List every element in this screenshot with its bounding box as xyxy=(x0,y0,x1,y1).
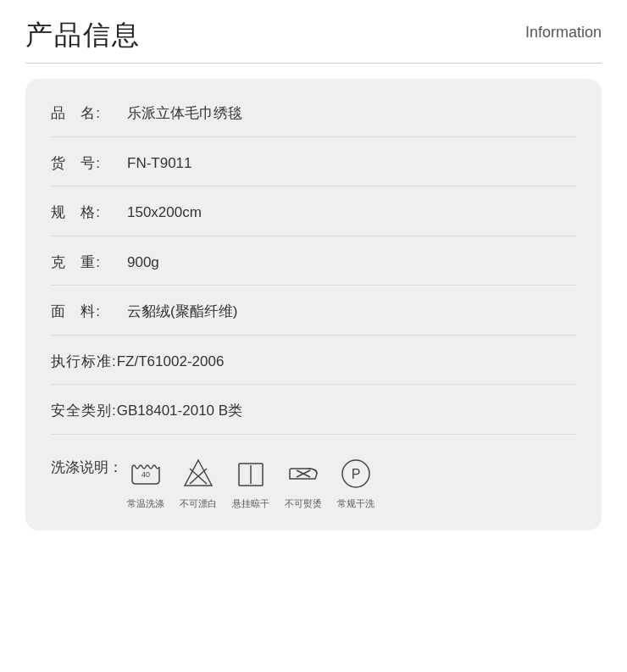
row-standard: 执行标准: FZ/T61002-2006 xyxy=(51,336,576,386)
svg-text:P: P xyxy=(352,467,361,481)
page-header: 产品信息 Information xyxy=(25,17,602,54)
value-material: 云貂绒(聚酯纤维) xyxy=(127,301,237,323)
hang-dry-icon xyxy=(232,455,269,492)
info-card: 品 名: 乐派立体毛巾绣毯 货 号: FN-T9011 规 格: 150x200… xyxy=(25,79,602,530)
wash-temp-icon: 40 xyxy=(127,455,164,492)
wash-content: 洗涤说明： 40 常温洗涤 xyxy=(51,450,375,511)
label-safety: 安全类别: xyxy=(51,400,117,422)
wash-icon-temp: 40 常温洗涤 xyxy=(127,455,164,511)
value-standard: FZ/T61002-2006 xyxy=(117,351,225,373)
value-sku: FN-T9011 xyxy=(127,153,192,175)
wash-label: 洗涤说明： xyxy=(51,450,127,479)
row-sku: 货 号: FN-T9011 xyxy=(51,137,576,187)
page-title: 产品信息 xyxy=(25,17,141,54)
row-wash: 洗涤说明： 40 常温洗涤 xyxy=(51,435,576,514)
label-standard: 执行标准: xyxy=(51,351,117,373)
label-weight: 克 重: xyxy=(51,252,127,274)
no-bleach-icon xyxy=(180,455,217,492)
row-name: 品 名: 乐派立体毛巾绣毯 xyxy=(51,87,576,137)
value-size: 150x200cm xyxy=(127,202,202,224)
wash-icon-bleach: 不可漂白 xyxy=(180,455,217,511)
dry-clean-label: 常规干洗 xyxy=(337,497,375,511)
value-weight: 900g xyxy=(127,252,159,274)
wash-icon-iron: 不可熨烫 xyxy=(285,455,322,511)
label-sku: 货 号: xyxy=(51,153,127,175)
no-iron-label: 不可熨烫 xyxy=(285,497,322,511)
wash-icon-hang: 悬挂晾干 xyxy=(232,455,269,511)
svg-text:40: 40 xyxy=(141,470,150,479)
dry-clean-icon: P xyxy=(337,455,375,492)
value-safety: GB18401-2010 B类 xyxy=(117,400,242,422)
no-bleach-label: 不可漂白 xyxy=(180,497,217,511)
label-size: 规 格: xyxy=(51,202,127,224)
label-material: 面 料: xyxy=(51,301,127,323)
header-divider xyxy=(25,63,602,64)
wash-temp-label: 常温洗涤 xyxy=(127,497,164,511)
page-subtitle: Information xyxy=(525,24,602,42)
row-safety: 安全类别: GB18401-2010 B类 xyxy=(51,385,576,435)
wash-icon-dryclean: P 常规干洗 xyxy=(337,455,375,511)
row-size: 规 格: 150x200cm xyxy=(51,186,576,236)
no-iron-icon xyxy=(285,455,322,492)
wash-icons: 40 常温洗涤 不可漂白 xyxy=(127,455,375,511)
value-name: 乐派立体毛巾绣毯 xyxy=(127,103,242,125)
row-material: 面 料: 云貂绒(聚酯纤维) xyxy=(51,286,576,336)
label-name: 品 名: xyxy=(51,103,127,125)
hang-dry-label: 悬挂晾干 xyxy=(232,497,269,511)
row-weight: 克 重: 900g xyxy=(51,236,576,286)
